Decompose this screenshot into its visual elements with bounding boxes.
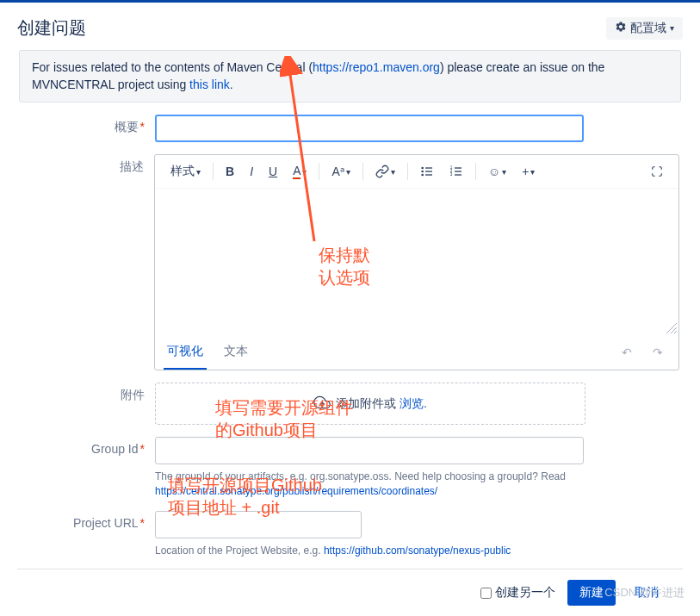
more-format-button[interactable]: Aᵃ ▾ [325,161,356,182]
modal-footer: 创建另一个 新建 取消 [17,569,683,616]
svg-rect-7 [455,168,462,169]
configure-fields-button[interactable]: 配置域 ▾ [606,17,683,40]
modal-title: 创建问题 [17,16,86,40]
create-button[interactable]: 新建 [567,580,616,606]
create-another-checkbox[interactable] [480,588,492,599]
browse-link[interactable]: 浏览 [400,396,424,410]
coordinates-link[interactable]: https://central.sonatype.org/publish/req… [155,485,437,497]
summary-input[interactable] [155,115,584,142]
text-tab[interactable]: 文本 [220,335,251,370]
maven-repo-link[interactable]: https://repo1.maven.org [313,60,440,74]
attachment-label: 附件 [17,383,155,425]
visual-tab[interactable]: 可视化 [164,335,207,370]
svg-rect-9 [455,171,462,172]
undo-button[interactable]: ↶ [615,342,639,363]
summary-label: 概要* [17,115,155,142]
group-id-help: The groupId of your artifacts, e.g. org.… [155,470,594,499]
style-dropdown[interactable]: 样式 ▾ [164,160,208,183]
link-button[interactable]: ▾ [369,161,402,182]
svg-rect-11 [455,175,462,176]
cloud-upload-icon [313,394,331,414]
more-button[interactable]: + ▾ [515,161,542,182]
svg-point-2 [421,171,424,173]
info-banner: For issues related to the contents of Ma… [19,50,681,103]
chevron-down-icon: ▾ [670,23,674,33]
description-label: 描述 [17,154,154,370]
cancel-button[interactable]: 取消 [628,580,666,606]
this-link[interactable]: this link [189,78,230,91]
create-another-checkbox-label[interactable]: 创建另一个 [480,585,555,600]
rich-text-editor: 样式 ▾ B I U A ▾ Aᵃ ▾ ▾ 123 [154,154,679,370]
svg-point-0 [421,167,424,170]
project-url-example-link[interactable]: https://github.com/sonatype/nexus-public [324,544,511,557]
svg-point-4 [421,174,424,177]
text-color-button[interactable]: A ▾ [286,160,313,183]
gear-icon [615,21,627,35]
resize-handle-icon[interactable] [666,323,677,333]
group-id-label: Group Id* [17,437,155,499]
attachment-dropzone[interactable]: 添加附件或 浏览. [155,383,585,425]
expand-button[interactable] [644,162,670,181]
group-id-input[interactable] [155,437,584,464]
svg-rect-3 [425,171,432,172]
modal-header: 创建问题 配置域 ▾ [17,16,683,40]
project-url-label: Project URL* [17,511,155,558]
underline-button[interactable]: U [262,161,284,182]
editor-toolbar: 样式 ▾ B I U A ▾ Aᵃ ▾ ▾ 123 [155,155,678,189]
svg-rect-5 [425,175,432,176]
bullet-list-button[interactable] [413,161,441,182]
italic-button[interactable]: I [243,161,260,182]
emoji-button[interactable]: ☺ ▾ [481,161,513,182]
number-list-button[interactable]: 123 [443,161,470,182]
project-url-help: Location of the Project Website, e.g. ht… [155,544,594,558]
bold-button[interactable]: B [219,161,241,182]
project-url-input[interactable] [155,511,362,538]
redo-button[interactable]: ↷ [646,342,670,363]
editor-textarea[interactable] [155,189,678,335]
svg-rect-1 [425,168,432,169]
svg-text:3: 3 [449,173,452,177]
